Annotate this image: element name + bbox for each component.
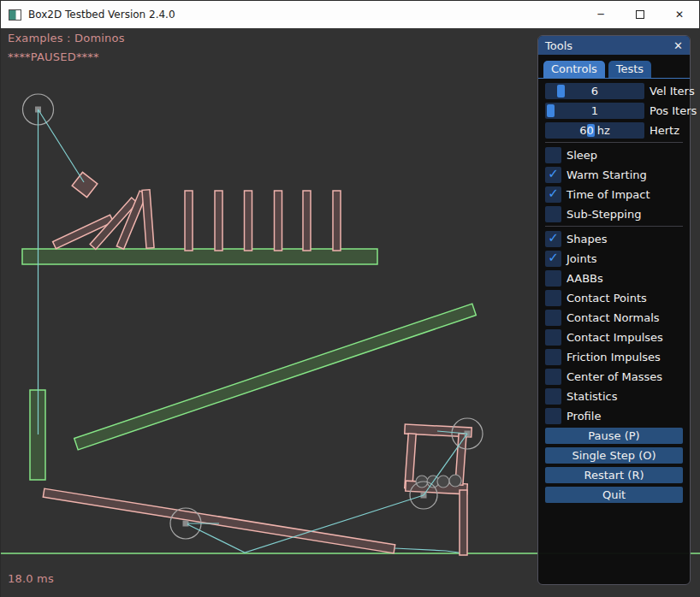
tab-tests[interactable]: Tests <box>608 61 651 78</box>
tools-panel-title: Tools <box>545 39 572 52</box>
checkbox-box[interactable]: ✓ <box>545 270 561 287</box>
checkbox-box[interactable]: ✓ <box>545 349 561 365</box>
checkbox-contact-points[interactable]: ✓ Contact Points <box>545 290 683 306</box>
checkbox-aabbs[interactable]: ✓ AABBs <box>545 270 683 287</box>
checkbox-box[interactable]: ✓ <box>545 329 561 346</box>
checkbox-box[interactable]: ✓ <box>545 231 561 247</box>
checkbox-joints[interactable]: ✓ Joints <box>545 251 683 267</box>
checkbox-box[interactable]: ✓ <box>545 251 561 267</box>
checkbox-friction-impulses[interactable]: ✓ Friction Impulses <box>545 349 683 365</box>
fallen-dominos <box>53 190 154 250</box>
tools-panel: Tools ✕ Controls Tests 6 Vel Iters <box>537 35 691 585</box>
vel-iters-label: Vel Iters <box>650 85 695 98</box>
pos-iters-label: Pos Iters <box>650 104 697 117</box>
checkmark-icon: ✓ <box>548 251 559 264</box>
checkbox-contact-impulses[interactable]: ✓ Contact Impulses <box>545 329 683 346</box>
app-window: Box2D Testbed Version 2.4.0 ─ ✕ <box>0 0 700 597</box>
tab-controls[interactable]: Controls <box>543 61 605 78</box>
example-label: Examples : Dominos <box>8 32 125 44</box>
checkbox-box[interactable]: ✓ <box>545 167 561 183</box>
pendulum-bob <box>72 172 98 197</box>
checkbox-time-of-impact[interactable]: ✓ Time of Impact <box>545 186 683 203</box>
checkbox-sleep[interactable]: ✓ Sleep <box>545 147 683 163</box>
close-button[interactable]: ✕ <box>660 1 699 28</box>
checkmark-icon: ✓ <box>548 187 559 200</box>
maximize-icon <box>636 10 644 19</box>
checkbox-box[interactable]: ✓ <box>545 147 561 163</box>
checkbox-box[interactable]: ✓ <box>545 408 561 424</box>
close-icon: ✕ <box>675 9 684 21</box>
hertz-slider[interactable]: 60 hz <box>545 122 644 139</box>
hertz-label: Hertz <box>650 124 679 137</box>
checkbox-box[interactable]: ✓ <box>545 369 561 385</box>
checkbox-box[interactable]: ✓ <box>545 310 561 326</box>
tabbar: Controls Tests <box>538 55 690 79</box>
tools-panel-titlebar[interactable]: Tools ✕ <box>538 36 690 55</box>
checkbox-statistics[interactable]: ✓ Statistics <box>545 388 683 405</box>
physics-canvas[interactable]: Examples : Dominos ****PAUSED**** 18.0 m… <box>1 28 700 597</box>
checkmark-icon: ✓ <box>548 168 559 180</box>
app-icon <box>9 9 21 21</box>
pause-button[interactable]: Pause (P) <box>545 428 683 444</box>
checkbox-box[interactable]: ✓ <box>545 186 561 203</box>
slider-row-pos-iters: 1 Pos Iters <box>545 103 683 119</box>
checkmark-icon: ✓ <box>548 232 559 245</box>
checkbox-contact-normals[interactable]: ✓ Contact Normals <box>545 310 683 326</box>
checkbox-box[interactable]: ✓ <box>545 206 561 222</box>
separator <box>545 226 683 227</box>
frame-time-label: 18.0 ms <box>8 572 54 585</box>
checkbox-warm-starting[interactable]: ✓ Warm Starting <box>545 167 683 183</box>
single-step-button[interactable]: Single Step (O) <box>545 447 683 464</box>
checkbox-sub-stepping[interactable]: ✓ Sub-Stepping <box>545 206 683 222</box>
pos-iters-slider[interactable]: 1 <box>545 103 644 119</box>
checkbox-profile[interactable]: ✓ Profile <box>545 408 683 424</box>
separator <box>545 142 683 143</box>
vel-iters-slider[interactable]: 6 <box>545 83 644 99</box>
checkbox-box[interactable]: ✓ <box>545 388 561 405</box>
checkbox-center-of-masses[interactable]: ✓ Center of Masses <box>545 369 683 385</box>
checkbox-shapes[interactable]: ✓ Shapes <box>545 231 683 247</box>
paused-label: ****PAUSED**** <box>8 50 99 63</box>
tools-close-icon[interactable]: ✕ <box>673 40 683 51</box>
minimize-button[interactable]: ─ <box>581 1 620 28</box>
minimize-icon: ─ <box>597 9 603 21</box>
quit-button[interactable]: Quit <box>545 487 683 503</box>
checkbox-box[interactable]: ✓ <box>545 290 561 306</box>
slider-row-vel-iters: 6 Vel Iters <box>545 83 683 99</box>
window-title: Box2D Testbed Version 2.4.0 <box>28 9 175 21</box>
dominos-platform <box>22 249 377 264</box>
slider-row-hertz: 60 hz Hertz <box>545 122 683 139</box>
restart-button[interactable]: Restart (R) <box>545 467 683 483</box>
frame-structure <box>405 424 472 555</box>
maximize-button[interactable] <box>620 1 660 28</box>
standing-dominos <box>185 191 341 251</box>
titlebar[interactable]: Box2D Testbed Version 2.4.0 ─ ✕ <box>1 1 699 28</box>
